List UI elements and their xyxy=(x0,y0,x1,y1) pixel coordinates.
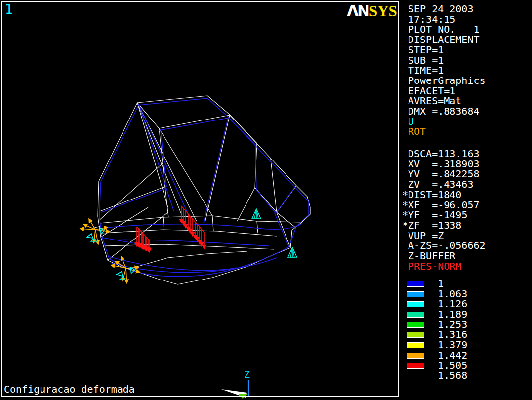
graphics-viewport[interactable] xyxy=(1,1,398,396)
legend-row: 1 xyxy=(407,280,530,290)
legend-swatch xyxy=(407,332,424,338)
legend-swatch xyxy=(407,281,424,287)
legend-row: 1.253 xyxy=(407,320,530,331)
legend-label: 1.189 xyxy=(438,309,467,320)
info-line-time: 17:34:15 xyxy=(402,14,532,25)
viewport-border-top xyxy=(1,1,399,2)
info-line-vup: VUP =Z xyxy=(402,231,532,241)
legend-label: 1.253 xyxy=(438,320,467,330)
pressure-legend: 1 1.063 1.126 1.189 1.253 1.316 1.379 1 xyxy=(407,280,530,382)
legend-row: 1.126 xyxy=(407,300,530,310)
ansys-logo-an: ΛN xyxy=(347,2,368,20)
legend-row: 1.189 xyxy=(407,310,530,320)
info-line-xf: *XF =-96.057 xyxy=(402,200,532,210)
info-line-plot-no: PLOT NO. 1 xyxy=(402,24,532,35)
info-line-date: SEP 24 2003 xyxy=(402,4,532,14)
legend-row: 1.063 xyxy=(407,290,530,300)
legend-swatch xyxy=(407,342,424,348)
info-line-powergraphics: PowerGraphics xyxy=(402,76,532,86)
legend-label: 1.568 xyxy=(438,370,467,381)
plot-caption: Configuracao deformada xyxy=(4,383,135,395)
ansys-logo-sys: SYS xyxy=(369,2,397,20)
ansys-graphics-window: 1 ΛNSYS Configuracao deformada Z SEP 24 … xyxy=(0,0,532,400)
legend-swatch xyxy=(407,322,424,328)
legend-swatch xyxy=(407,312,424,318)
window-number-label: 1 xyxy=(5,2,13,17)
info-line-zv: ZV =.43463 xyxy=(402,179,532,190)
info-line-time-value: TIME=1 xyxy=(402,65,532,76)
info-line-zf: *ZF =1338 xyxy=(402,220,532,231)
panel-divider xyxy=(398,1,399,397)
legend-label: 1.505 xyxy=(438,360,467,371)
info-line-dist: *DIST=1840 xyxy=(402,190,532,200)
viewport-border-left xyxy=(1,1,2,397)
info-line-avres: AVRES=Mat xyxy=(402,96,532,106)
legend-row: 1.379 xyxy=(407,341,530,351)
legend-swatch xyxy=(407,291,424,297)
view-settings-block: DSCA=113.163 XV =.318903 YV =.842258 ZV … xyxy=(402,149,532,271)
info-line-yv: YV =.842258 xyxy=(402,169,532,179)
info-line-sub: SUB =1 xyxy=(402,55,532,66)
triad-z-label: Z xyxy=(244,368,250,380)
analysis-info-block: SEP 24 2003 17:34:15 PLOT NO. 1 DISPLACE… xyxy=(402,4,532,137)
legend-row: 1.505 xyxy=(407,361,530,372)
info-line-analysis-type: DISPLACEMENT xyxy=(402,35,532,45)
info-line-zbuffer: Z-BUFFER xyxy=(402,251,532,261)
viewport-border-bottom xyxy=(1,396,399,397)
info-line-yf: *YF =-1495 xyxy=(402,210,532,220)
legend-label: 1.442 xyxy=(438,350,467,360)
legend-label: 1.063 xyxy=(438,289,467,299)
info-line-step: STEP=1 xyxy=(402,45,532,55)
info-line-dmx: DMX =.883684 xyxy=(402,106,532,117)
info-line-xv: XV =.318903 xyxy=(402,159,532,169)
legend-row: 1.568 xyxy=(407,371,530,382)
legend-swatch xyxy=(407,353,424,359)
legend-row: 1.316 xyxy=(407,330,530,341)
legend-title-pres-norm: PRES-NORM xyxy=(402,261,532,272)
legend-row: 1.442 xyxy=(407,351,530,361)
info-line-u: U xyxy=(402,117,532,127)
legend-swatch xyxy=(407,301,424,307)
info-line-azs: A-ZS=-.056662 xyxy=(402,240,532,251)
legend-label: 1 xyxy=(438,279,444,289)
info-line-efacet: EFACET=1 xyxy=(402,86,532,96)
info-line-rot: ROT xyxy=(402,126,532,137)
legend-label: 1.316 xyxy=(438,329,467,340)
legend-label: 1.126 xyxy=(438,299,467,309)
info-line-dsca: DSCA=113.163 xyxy=(402,149,532,159)
ansys-logo: ΛNSYS xyxy=(347,2,397,20)
legend-label: 1.379 xyxy=(438,340,467,350)
legend-swatch xyxy=(407,363,424,369)
